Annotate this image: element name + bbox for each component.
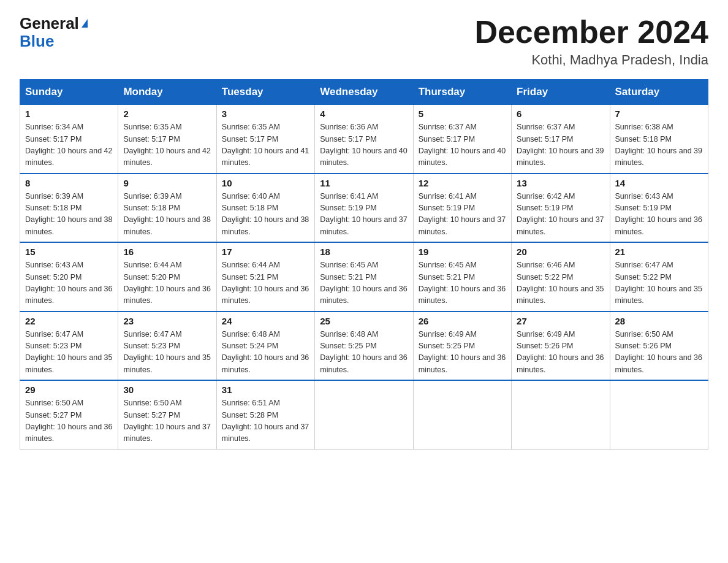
- day-info: Sunrise: 6:47 AM Sunset: 5:23 PM Dayligh…: [25, 329, 113, 377]
- calendar-day-cell: 24 Sunrise: 6:48 AM Sunset: 5:24 PM Dayl…: [216, 312, 314, 381]
- calendar-day-cell: [315, 380, 413, 449]
- day-number: 21: [615, 247, 703, 257]
- day-info: Sunrise: 6:51 AM Sunset: 5:28 PM Dayligh…: [222, 397, 309, 445]
- day-info: Sunrise: 6:39 AM Sunset: 5:18 PM Dayligh…: [25, 191, 113, 239]
- logo: General Blue: [20, 15, 88, 50]
- day-number: 11: [320, 178, 408, 188]
- calendar-day-cell: [610, 380, 708, 449]
- calendar-day-cell: 2 Sunrise: 6:35 AM Sunset: 5:17 PM Dayli…: [118, 105, 216, 174]
- weekday-header-row: Sunday Monday Tuesday Wednesday Thursday…: [20, 80, 708, 105]
- day-number: 6: [517, 109, 604, 119]
- day-number: 8: [25, 178, 113, 188]
- day-info: Sunrise: 6:43 AM Sunset: 5:19 PM Dayligh…: [615, 191, 703, 239]
- day-info: Sunrise: 6:41 AM Sunset: 5:19 PM Dayligh…: [320, 191, 408, 239]
- day-info: Sunrise: 6:47 AM Sunset: 5:23 PM Dayligh…: [123, 329, 211, 377]
- title-area: December 2024 Kothi, Madhya Pradesh, Ind…: [474, 15, 708, 68]
- day-number: 16: [123, 247, 211, 257]
- calendar-day-cell: 21 Sunrise: 6:47 AM Sunset: 5:22 PM Dayl…: [610, 242, 708, 312]
- header-friday: Friday: [512, 80, 610, 105]
- day-info: Sunrise: 6:39 AM Sunset: 5:18 PM Dayligh…: [123, 191, 211, 239]
- calendar-day-cell: 9 Sunrise: 6:39 AM Sunset: 5:18 PM Dayli…: [118, 174, 216, 243]
- day-info: Sunrise: 6:42 AM Sunset: 5:19 PM Dayligh…: [517, 191, 604, 239]
- calendar-body: 1 Sunrise: 6:34 AM Sunset: 5:17 PM Dayli…: [20, 105, 708, 450]
- calendar-day-cell: 17 Sunrise: 6:44 AM Sunset: 5:21 PM Dayl…: [216, 242, 314, 312]
- day-info: Sunrise: 6:35 AM Sunset: 5:17 PM Dayligh…: [123, 121, 211, 169]
- day-number: 12: [419, 178, 506, 188]
- day-number: 26: [419, 316, 506, 326]
- day-number: 27: [517, 316, 604, 326]
- day-number: 4: [320, 109, 408, 119]
- calendar-day-cell: 16 Sunrise: 6:44 AM Sunset: 5:20 PM Dayl…: [118, 242, 216, 312]
- calendar-day-cell: 31 Sunrise: 6:51 AM Sunset: 5:28 PM Dayl…: [216, 380, 314, 449]
- logo-blue: Blue: [20, 33, 54, 50]
- day-number: 15: [25, 247, 113, 257]
- calendar-day-cell: [512, 380, 610, 449]
- calendar-day-cell: 30 Sunrise: 6:50 AM Sunset: 5:27 PM Dayl…: [118, 380, 216, 449]
- day-number: 14: [615, 178, 703, 188]
- day-info: Sunrise: 6:44 AM Sunset: 5:21 PM Dayligh…: [222, 259, 309, 307]
- header-saturday: Saturday: [610, 80, 708, 105]
- day-info: Sunrise: 6:36 AM Sunset: 5:17 PM Dayligh…: [320, 121, 408, 169]
- calendar-day-cell: 7 Sunrise: 6:38 AM Sunset: 5:18 PM Dayli…: [610, 105, 708, 174]
- calendar-week-row: 1 Sunrise: 6:34 AM Sunset: 5:17 PM Dayli…: [20, 105, 708, 174]
- header-sunday: Sunday: [20, 80, 118, 105]
- calendar-day-cell: 1 Sunrise: 6:34 AM Sunset: 5:17 PM Dayli…: [20, 105, 118, 174]
- day-number: 1: [25, 109, 113, 119]
- calendar-day-cell: [413, 380, 511, 449]
- calendar-day-cell: 15 Sunrise: 6:43 AM Sunset: 5:20 PM Dayl…: [20, 242, 118, 312]
- day-number: 23: [123, 316, 211, 326]
- day-info: Sunrise: 6:37 AM Sunset: 5:17 PM Dayligh…: [517, 121, 604, 169]
- day-number: 30: [123, 385, 211, 395]
- calendar-day-cell: 20 Sunrise: 6:46 AM Sunset: 5:22 PM Dayl…: [512, 242, 610, 312]
- day-number: 31: [222, 385, 309, 395]
- calendar-day-cell: 11 Sunrise: 6:41 AM Sunset: 5:19 PM Dayl…: [315, 174, 413, 243]
- day-number: 2: [123, 109, 211, 119]
- day-number: 3: [222, 109, 309, 119]
- day-info: Sunrise: 6:34 AM Sunset: 5:17 PM Dayligh…: [25, 121, 113, 169]
- day-number: 28: [615, 316, 703, 326]
- header-wednesday: Wednesday: [315, 80, 413, 105]
- day-info: Sunrise: 6:49 AM Sunset: 5:25 PM Dayligh…: [419, 329, 506, 377]
- day-info: Sunrise: 6:38 AM Sunset: 5:18 PM Dayligh…: [615, 121, 703, 169]
- day-info: Sunrise: 6:48 AM Sunset: 5:24 PM Dayligh…: [222, 329, 309, 377]
- day-number: 13: [517, 178, 604, 188]
- calendar-week-row: 15 Sunrise: 6:43 AM Sunset: 5:20 PM Dayl…: [20, 242, 708, 312]
- day-number: 5: [419, 109, 506, 119]
- calendar-header: Sunday Monday Tuesday Wednesday Thursday…: [20, 80, 708, 105]
- day-number: 9: [123, 178, 211, 188]
- logo-general: General: [20, 15, 79, 33]
- day-number: 22: [25, 316, 113, 326]
- day-info: Sunrise: 6:46 AM Sunset: 5:22 PM Dayligh…: [517, 259, 604, 307]
- day-number: 10: [222, 178, 309, 188]
- day-info: Sunrise: 6:40 AM Sunset: 5:18 PM Dayligh…: [222, 191, 309, 239]
- calendar-day-cell: 12 Sunrise: 6:41 AM Sunset: 5:19 PM Dayl…: [413, 174, 511, 243]
- day-info: Sunrise: 6:49 AM Sunset: 5:26 PM Dayligh…: [517, 329, 604, 377]
- calendar-day-cell: 25 Sunrise: 6:48 AM Sunset: 5:25 PM Dayl…: [315, 312, 413, 381]
- calendar-day-cell: 8 Sunrise: 6:39 AM Sunset: 5:18 PM Dayli…: [20, 174, 118, 243]
- calendar-day-cell: 29 Sunrise: 6:50 AM Sunset: 5:27 PM Dayl…: [20, 380, 118, 449]
- calendar-day-cell: 10 Sunrise: 6:40 AM Sunset: 5:18 PM Dayl…: [216, 174, 314, 243]
- location-title: Kothi, Madhya Pradesh, India: [474, 52, 708, 68]
- header-monday: Monday: [118, 80, 216, 105]
- calendar-day-cell: 23 Sunrise: 6:47 AM Sunset: 5:23 PM Dayl…: [118, 312, 216, 381]
- calendar-day-cell: 5 Sunrise: 6:37 AM Sunset: 5:17 PM Dayli…: [413, 105, 511, 174]
- calendar-week-row: 22 Sunrise: 6:47 AM Sunset: 5:23 PM Dayl…: [20, 312, 708, 381]
- calendar-day-cell: 26 Sunrise: 6:49 AM Sunset: 5:25 PM Dayl…: [413, 312, 511, 381]
- day-info: Sunrise: 6:45 AM Sunset: 5:21 PM Dayligh…: [320, 259, 408, 307]
- calendar-day-cell: 13 Sunrise: 6:42 AM Sunset: 5:19 PM Dayl…: [512, 174, 610, 243]
- header-thursday: Thursday: [413, 80, 511, 105]
- calendar-day-cell: 4 Sunrise: 6:36 AM Sunset: 5:17 PM Dayli…: [315, 105, 413, 174]
- day-number: 25: [320, 316, 408, 326]
- logo-triangle-icon: [82, 19, 88, 28]
- day-number: 17: [222, 247, 309, 257]
- day-info: Sunrise: 6:50 AM Sunset: 5:26 PM Dayligh…: [615, 329, 703, 377]
- calendar-day-cell: 18 Sunrise: 6:45 AM Sunset: 5:21 PM Dayl…: [315, 242, 413, 312]
- day-info: Sunrise: 6:45 AM Sunset: 5:21 PM Dayligh…: [419, 259, 506, 307]
- day-number: 7: [615, 109, 703, 119]
- calendar-day-cell: 28 Sunrise: 6:50 AM Sunset: 5:26 PM Dayl…: [610, 312, 708, 381]
- day-info: Sunrise: 6:37 AM Sunset: 5:17 PM Dayligh…: [419, 121, 506, 169]
- calendar-week-row: 29 Sunrise: 6:50 AM Sunset: 5:27 PM Dayl…: [20, 380, 708, 449]
- day-info: Sunrise: 6:47 AM Sunset: 5:22 PM Dayligh…: [615, 259, 703, 307]
- day-number: 29: [25, 385, 113, 395]
- calendar-week-row: 8 Sunrise: 6:39 AM Sunset: 5:18 PM Dayli…: [20, 174, 708, 243]
